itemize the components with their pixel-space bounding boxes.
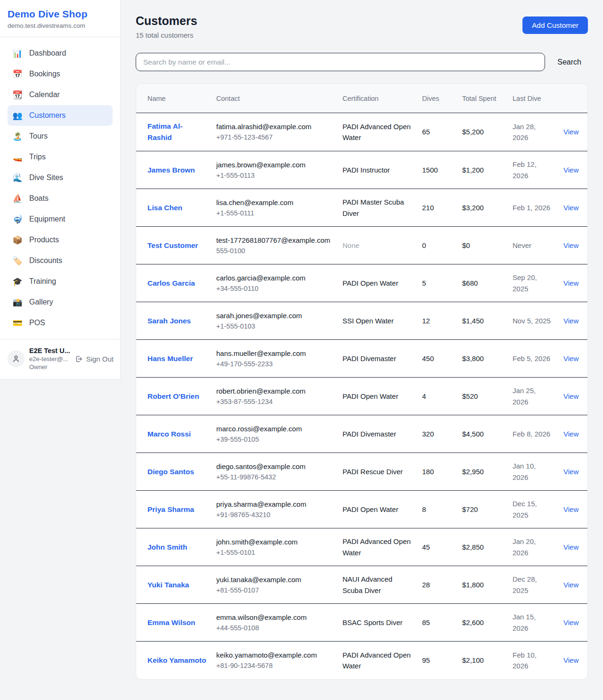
view-link[interactable]: View: [563, 354, 579, 362]
sidebar-item-label: Gallery: [29, 298, 53, 306]
view-link[interactable]: View: [563, 317, 579, 325]
customer-email: emma.wilson@example.com: [216, 612, 331, 623]
sidebar-item-boats[interactable]: ⛵ Boats: [8, 188, 113, 209]
customer-name-link[interactable]: John Smith: [147, 543, 187, 551]
view-link[interactable]: View: [563, 241, 579, 249]
customer-email: marco.rossi@example.com: [216, 423, 331, 434]
sign-out-button[interactable]: Sign Out: [75, 355, 114, 363]
sidebar-item-calendar[interactable]: 📆 Calendar: [8, 84, 113, 105]
tours-icon: 🏝️: [12, 132, 23, 141]
table-row: Keiko Yamamoto keiko.yamamoto@example.co…: [136, 642, 587, 679]
user-section: E2E Test U... e2e-tester@... Owner Sign …: [0, 339, 120, 379]
search-input[interactable]: [136, 53, 545, 71]
sidebar-item-label: Boats: [29, 194, 49, 203]
view-link[interactable]: View: [563, 468, 579, 476]
dives-count: 1500: [416, 157, 456, 183]
table-row: Lisa Chen lisa.chen@example.com +1-555-0…: [136, 189, 587, 227]
sidebar-item-label: Discounts: [29, 256, 62, 265]
customer-phone: +1-555-0101: [216, 547, 331, 558]
sidebar-nav: 📊 Dashboard 📅 Bookings 📆 Calendar 👥 Cust…: [0, 37, 120, 339]
last-dive: Feb 12, 2026: [507, 151, 558, 189]
view-link[interactable]: View: [563, 543, 579, 551]
sidebar: Demo Dive Shop demo.test.divestreams.com…: [0, 0, 121, 379]
products-icon: 📦: [12, 235, 23, 245]
table-row: Hans Mueller hans.mueller@example.com +4…: [136, 340, 587, 378]
gallery-icon: 📸: [12, 297, 23, 307]
customer-name-link[interactable]: Yuki Tanaka: [147, 581, 189, 589]
customer-phone: +91-98765-43210: [216, 510, 331, 520]
total-spent: $0: [456, 232, 507, 258]
table-row: James Brown james.brown@example.com +1-5…: [136, 151, 587, 189]
view-link[interactable]: View: [563, 505, 579, 513]
total-spent: $4,500: [456, 421, 507, 447]
view-link[interactable]: View: [563, 618, 579, 626]
customer-name-link[interactable]: Sarah Jones: [147, 317, 191, 325]
table-row: Diego Santos diego.santos@example.com +5…: [136, 453, 587, 491]
view-link[interactable]: View: [563, 166, 579, 174]
dives-count: 65: [416, 119, 456, 145]
table-row: Marco Rossi marco.rossi@example.com +39-…: [136, 415, 587, 453]
customer-name-link[interactable]: Marco Rossi: [147, 430, 191, 438]
add-customer-button[interactable]: Add Customer: [522, 16, 588, 34]
last-dive: Feb 8, 2026: [507, 421, 558, 447]
customer-phone: +1-555-0113: [216, 170, 331, 181]
sidebar-item-equipment[interactable]: 🤿 Equipment: [8, 209, 113, 230]
customer-name-link[interactable]: Carlos Garcia: [147, 279, 195, 287]
customer-name-link[interactable]: Test Customer: [147, 241, 198, 249]
view-link[interactable]: View: [563, 392, 579, 400]
certification: PADI Open Water: [337, 496, 416, 522]
sidebar-item-gallery[interactable]: 📸 Gallery: [8, 292, 113, 313]
table-row: John Smith john.smith@example.com +1-555…: [136, 528, 587, 566]
customer-name-link[interactable]: James Brown: [147, 166, 195, 174]
last-dive: Dec 28, 2025: [507, 566, 558, 603]
certification: None: [337, 232, 416, 258]
total-spent: $5,200: [456, 119, 507, 145]
certification: BSAC Sports Diver: [337, 609, 416, 635]
sidebar-item-training[interactable]: 🎓 Training: [8, 271, 113, 292]
dives-count: 45: [416, 534, 456, 560]
trips-icon: 🚤: [12, 152, 23, 162]
view-link[interactable]: View: [563, 430, 579, 438]
sidebar-item-customers[interactable]: 👥 Customers: [8, 105, 113, 126]
logout-icon: [75, 355, 83, 363]
last-dive: Jan 20, 2026: [507, 528, 558, 566]
table-row: Fatima Al-Rashid fatima.alrashid@example…: [136, 113, 587, 151]
sidebar-item-label: Equipment: [29, 215, 65, 223]
view-link[interactable]: View: [563, 581, 579, 589]
certification: PADI Open Water: [337, 270, 416, 296]
boats-icon: ⛵: [12, 194, 23, 203]
customer-name-link[interactable]: Diego Santos: [147, 468, 194, 476]
column-header: Dives: [416, 90, 456, 107]
customer-phone: +1-555-0103: [216, 321, 331, 331]
sidebar-item-label: Tours: [29, 132, 48, 140]
customer-name-link[interactable]: Keiko Yamamoto: [147, 656, 206, 664]
search-button[interactable]: Search: [545, 58, 588, 66]
customer-name-link[interactable]: Lisa Chen: [147, 204, 182, 212]
equipment-icon: 🤿: [12, 214, 23, 224]
table-body: Fatima Al-Rashid fatima.alrashid@example…: [136, 113, 587, 679]
customer-name-link[interactable]: Fatima Al-Rashid: [147, 122, 182, 141]
view-link[interactable]: View: [563, 204, 579, 212]
sidebar-item-pos[interactable]: 💳 POS: [8, 313, 113, 333]
sidebar-item-discounts[interactable]: 🏷️ Discounts: [8, 250, 113, 271]
view-link[interactable]: View: [563, 656, 579, 664]
customer-name-link[interactable]: Emma Wilson: [147, 618, 196, 626]
customer-name-link[interactable]: Priya Sharma: [147, 505, 194, 513]
sidebar-item-trips[interactable]: 🚤 Trips: [8, 147, 113, 167]
calendar-icon: 📆: [12, 90, 23, 99]
table-row: Priya Sharma priya.sharma@example.com +9…: [136, 491, 587, 528]
sidebar-item-label: Bookings: [29, 70, 60, 78]
sidebar-item-label: Products: [29, 236, 59, 244]
sidebar-item-bookings[interactable]: 📅 Bookings: [8, 64, 113, 84]
sidebar-item-dive-sites[interactable]: 🌊 Dive Sites: [8, 167, 113, 188]
view-link[interactable]: View: [563, 279, 579, 287]
customer-name-link[interactable]: Hans Mueller: [147, 354, 193, 362]
view-link[interactable]: View: [563, 128, 579, 136]
sidebar-item-products[interactable]: 📦 Products: [8, 230, 113, 250]
table-row: Robert O'Brien robert.obrien@example.com…: [136, 378, 587, 415]
customer-name-link[interactable]: Robert O'Brien: [147, 392, 199, 400]
customer-email: james.brown@example.com: [216, 159, 331, 170]
sidebar-item-dashboard[interactable]: 📊 Dashboard: [8, 43, 113, 64]
customer-email: john.smith@example.com: [216, 536, 331, 547]
sidebar-item-tours[interactable]: 🏝️ Tours: [8, 126, 113, 147]
